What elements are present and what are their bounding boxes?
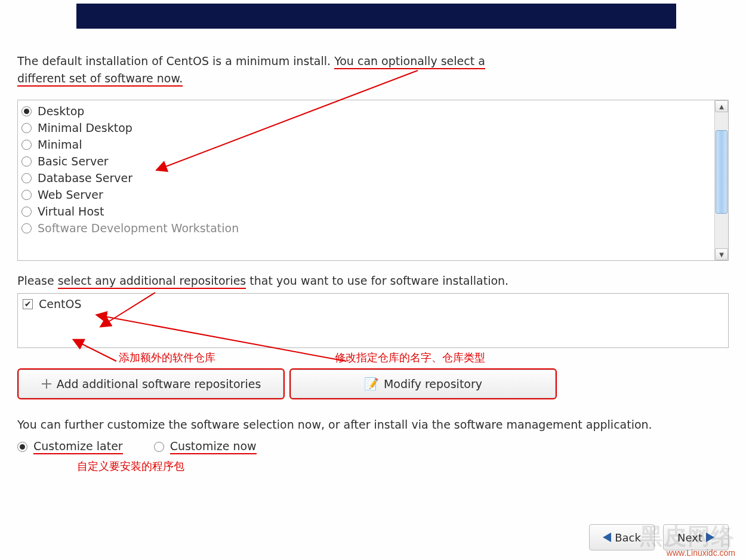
software-option-label: Database Server	[38, 171, 132, 184]
checkbox-icon[interactable]: ✔	[23, 299, 33, 309]
arrow-right-icon	[706, 533, 714, 542]
customize-option-label: Customize later	[33, 439, 123, 454]
customize-option[interactable]: Customize now	[154, 439, 257, 454]
radio-icon[interactable]	[21, 123, 32, 133]
customize-text: You can further customize the software s…	[17, 416, 729, 433]
scroll-up-button[interactable]: ▲	[715, 100, 728, 112]
add-repo-label: Add additional software repositories	[57, 377, 261, 390]
software-option-label: Desktop	[38, 104, 84, 118]
software-option[interactable]: Software Development Workstation	[21, 220, 711, 236]
repository-list: ✔CentOS	[17, 293, 729, 348]
software-option[interactable]: Minimal	[21, 136, 711, 153]
software-option[interactable]: Basic Server	[21, 153, 711, 170]
add-repositories-button[interactable]: Add additional software repositories	[17, 368, 285, 399]
software-option[interactable]: Virtual Host	[21, 203, 711, 220]
scroll-track[interactable]	[715, 112, 728, 248]
software-option-label: Basic Server	[38, 155, 109, 168]
scrollbar[interactable]: ▲ ▼	[714, 100, 728, 260]
software-option[interactable]: Desktop	[21, 103, 711, 119]
radio-icon[interactable]	[154, 442, 164, 452]
repo-instruction: Please select any additional repositorie…	[17, 274, 729, 287]
software-selection-list: DesktopMinimal DesktopMinimalBasic Serve…	[17, 100, 729, 261]
software-option[interactable]: Minimal Desktop	[21, 119, 711, 136]
software-option-label: Software Development Workstation	[38, 221, 239, 235]
arrow-left-icon	[603, 533, 611, 542]
software-option[interactable]: Web Server	[21, 186, 711, 203]
scroll-down-button[interactable]: ▼	[715, 248, 728, 260]
repo-pre: Please	[17, 274, 58, 287]
radio-icon[interactable]	[17, 442, 27, 452]
repo-underlined: select any additional repositories	[58, 274, 246, 289]
software-option-label: Minimal Desktop	[38, 121, 132, 134]
header-banner	[76, 4, 676, 29]
radio-icon[interactable]	[21, 207, 32, 217]
scroll-thumb[interactable]	[716, 130, 727, 214]
customize-option-label: Customize now	[170, 439, 257, 454]
repository-item[interactable]: ✔CentOS	[23, 297, 723, 310]
repository-label: CentOS	[39, 297, 81, 310]
intro-underlined-2: different set of software now.	[17, 72, 183, 87]
software-option-label: Minimal	[38, 138, 82, 151]
radio-icon[interactable]	[21, 190, 32, 200]
intro-underlined-1: You can optionally select a	[334, 54, 485, 69]
next-button[interactable]: Next	[663, 524, 729, 550]
repo-post: that you want to use for software instal…	[246, 274, 508, 287]
plus-icon	[41, 379, 52, 389]
back-button[interactable]: Back	[589, 524, 655, 550]
annotation-modify-repo: 修改指定仓库的名字、仓库类型	[335, 350, 485, 365]
annotation-row: 添加额外的软件仓库 修改指定仓库的名字、仓库类型	[17, 350, 729, 365]
back-label: Back	[615, 531, 641, 544]
radio-icon[interactable]	[21, 156, 32, 167]
next-label: Next	[677, 531, 702, 544]
modify-repo-label: Modify repository	[384, 377, 482, 390]
software-option-label: Web Server	[38, 188, 103, 201]
radio-icon[interactable]	[21, 223, 32, 233]
modify-repository-button[interactable]: 📝 Modify repository	[289, 368, 557, 399]
intro-pre: The default installation of CentOS is a …	[17, 54, 334, 67]
software-option-label: Virtual Host	[38, 205, 104, 218]
software-option[interactable]: Database Server	[21, 170, 711, 186]
radio-icon[interactable]	[21, 140, 32, 150]
intro-text: The default installation of CentOS is a …	[17, 53, 729, 87]
annotation-add-repo: 添加额外的软件仓库	[119, 350, 215, 365]
annotation-customize: 自定义要安装的程序包	[77, 459, 729, 473]
radio-icon[interactable]	[21, 106, 32, 116]
customize-option[interactable]: Customize later	[17, 439, 123, 454]
radio-icon[interactable]	[21, 173, 32, 183]
edit-icon: 📝	[364, 377, 379, 391]
